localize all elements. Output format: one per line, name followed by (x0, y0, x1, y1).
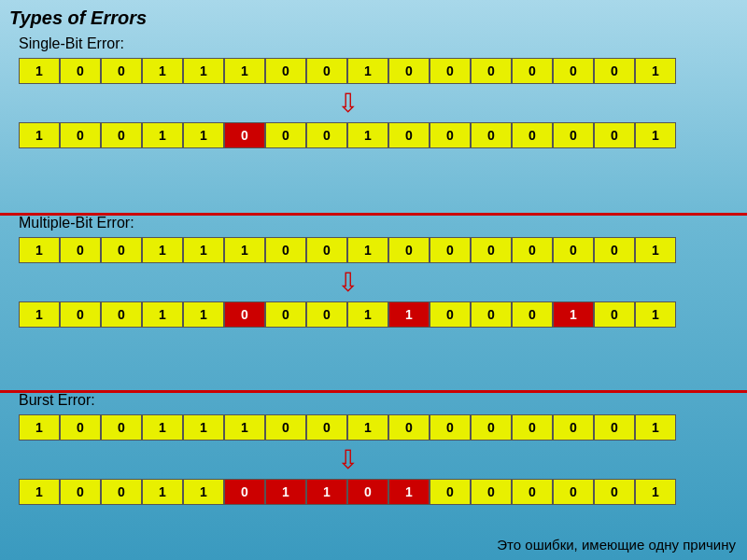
bit-cell: 0 (471, 414, 512, 441)
bit-cell: 0 (306, 237, 347, 263)
section-label-multiple-bit: Multiple-Bit Error: (19, 215, 676, 231)
bit-cell: 1 (388, 479, 430, 505)
bit-cell: 0 (594, 58, 635, 84)
bit-cell: 0 (265, 414, 306, 441)
bit-cell: 0 (265, 301, 306, 328)
bit-cell: 0 (224, 479, 265, 505)
bit-cell: 1 (388, 301, 430, 328)
bit-cell: 1 (183, 58, 224, 84)
bit-cell: 1 (19, 479, 60, 505)
bit-cell: 0 (594, 301, 635, 328)
bit-cell: 1 (635, 414, 676, 441)
bit-cell: 0 (388, 122, 430, 148)
bit-cell: 0 (306, 122, 347, 148)
bit-cell: 0 (388, 58, 430, 84)
bit-cell: 0 (471, 122, 512, 148)
bit-cell: 0 (101, 301, 142, 328)
bit-cell: 0 (101, 58, 142, 84)
bit-cell: 0 (471, 58, 512, 84)
bit-cell: 0 (101, 479, 142, 505)
bit-cell: 0 (430, 122, 471, 148)
bit-row-corrupted-burst: 1001101101000001 (19, 479, 676, 505)
bit-cell: 0 (512, 414, 553, 441)
bit-row-corrupted-multiple-bit: 1001100011000101 (19, 301, 676, 328)
bit-cell: 0 (306, 414, 347, 441)
bit-cell: 1 (19, 58, 60, 84)
bit-cell: 0 (430, 301, 471, 328)
bit-row-corrupted-single-bit: 1001100010000001 (19, 122, 676, 148)
bit-cell: 0 (101, 414, 142, 441)
bit-cell: 0 (306, 301, 347, 328)
bit-cell: 1 (635, 301, 676, 328)
bottom-note: Это ошибки, имеющие одну причину (497, 537, 736, 553)
section-burst: Burst Error:1001110010000001⇩10011011010… (19, 392, 676, 505)
bit-cell: 0 (553, 122, 594, 148)
bit-row-original-single-bit: 1001110010000001 (19, 58, 676, 84)
bit-cell: 0 (60, 58, 101, 84)
bit-cell: 0 (594, 414, 635, 441)
bit-cell: 0 (306, 58, 347, 84)
bit-cell: 0 (388, 414, 430, 441)
section-label-single-bit: Single-Bit Error: (19, 35, 676, 52)
bit-cell: 1 (183, 122, 224, 148)
bit-cell: 1 (635, 58, 676, 84)
bit-cell: 0 (101, 237, 142, 263)
bit-cell: 0 (553, 479, 594, 505)
bit-cell: 0 (60, 301, 101, 328)
arrow-multiple-bit: ⇩ (19, 267, 676, 298)
bit-cell: 0 (471, 479, 512, 505)
bit-cell: 0 (60, 479, 101, 505)
bit-cell: 1 (224, 237, 265, 263)
bit-cell: 0 (388, 237, 430, 263)
bit-cell: 1 (183, 414, 224, 441)
bit-cell: 0 (224, 122, 265, 148)
bit-cell: 0 (512, 58, 553, 84)
bit-cell: 1 (183, 301, 224, 328)
bit-cell: 0 (101, 122, 142, 148)
bit-cell: 0 (471, 301, 512, 328)
bit-cell: 1 (347, 122, 388, 148)
bit-cell: 1 (142, 414, 183, 441)
bit-cell: 1 (183, 237, 224, 263)
bit-cell: 1 (635, 122, 676, 148)
bit-cell: 1 (553, 301, 594, 328)
bit-cell: 0 (430, 479, 471, 505)
arrow-single-bit: ⇩ (19, 88, 676, 119)
bit-cell: 1 (347, 414, 388, 441)
bit-cell: 0 (265, 122, 306, 148)
bit-cell: 1 (142, 301, 183, 328)
bit-cell: 0 (60, 237, 101, 263)
bit-cell: 0 (594, 122, 635, 148)
bit-cell: 0 (553, 237, 594, 263)
bit-cell: 1 (265, 479, 306, 505)
bit-cell: 1 (183, 479, 224, 505)
bit-cell: 1 (19, 122, 60, 148)
bit-row-original-multiple-bit: 1001110010000001 (19, 237, 676, 263)
page-title: Types of Errors (9, 7, 147, 29)
bit-cell: 0 (512, 237, 553, 263)
bit-cell: 0 (430, 58, 471, 84)
bit-cell: 0 (430, 237, 471, 263)
bit-cell: 1 (19, 301, 60, 328)
bit-cell: 0 (224, 301, 265, 328)
section-label-burst: Burst Error: (19, 392, 676, 409)
bit-cell: 0 (265, 58, 306, 84)
bit-cell: 1 (306, 479, 347, 505)
bit-cell: 1 (347, 58, 388, 84)
bit-cell: 0 (553, 414, 594, 441)
bit-cell: 0 (512, 479, 553, 505)
bit-cell: 0 (471, 237, 512, 263)
bit-cell: 1 (224, 58, 265, 84)
bit-cell: 0 (594, 479, 635, 505)
bit-cell: 1 (142, 58, 183, 84)
bit-cell: 1 (19, 237, 60, 263)
bit-cell: 1 (142, 237, 183, 263)
bit-row-original-burst: 1001110010000001 (19, 414, 676, 441)
bit-cell: 1 (224, 414, 265, 441)
bit-cell: 1 (142, 479, 183, 505)
arrow-burst: ⇩ (19, 444, 676, 475)
bit-cell: 0 (553, 58, 594, 84)
bit-cell: 0 (265, 237, 306, 263)
bit-cell: 1 (635, 479, 676, 505)
bit-cell: 0 (347, 479, 388, 505)
